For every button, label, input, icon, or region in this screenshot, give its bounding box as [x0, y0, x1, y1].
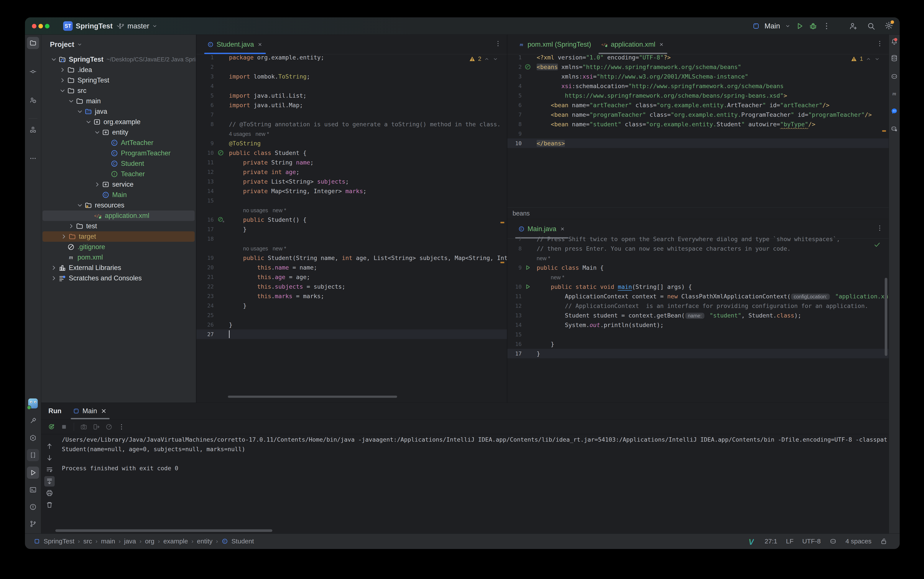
breadcrumb-item[interactable]: SpringTest [44, 538, 74, 545]
chevron-right-icon[interactable] [60, 233, 67, 240]
chevron-down-icon[interactable] [76, 108, 83, 115]
console-hscrollbar[interactable] [56, 529, 272, 532]
chevron-down-icon[interactable] [85, 118, 92, 126]
code-line[interactable]: 15 [507, 330, 889, 339]
tree-item-test[interactable]: test [41, 221, 196, 231]
code-line[interactable]: 17 } [196, 224, 507, 234]
run-gutter-icon[interactable] [524, 283, 531, 290]
code-line[interactable]: 25 [196, 310, 507, 320]
database-tool-button[interactable] [889, 53, 899, 63]
code-line[interactable]: 6 <bean name="artTeacher" class="org.exa… [507, 100, 889, 110]
soft-wrap-button[interactable] [44, 465, 55, 475]
inlay-hint-row[interactable]: 4 usages new * [196, 129, 507, 139]
breadcrumb[interactable]: beans [507, 208, 889, 219]
error-stripe-mark[interactable] [500, 222, 504, 223]
tree-item-resources[interactable]: resources [41, 200, 196, 211]
close-icon[interactable] [257, 42, 263, 47]
code-line[interactable]: 8// @ToString annotation is used to gene… [196, 119, 507, 129]
tree-item-scratches-and-consoles[interactable]: Scratches and Consoles [41, 273, 196, 283]
code-line[interactable]: 10</beans> [507, 139, 889, 148]
terminal-tool-button[interactable] [27, 484, 39, 496]
breadcrumb-item[interactable]: src [83, 538, 92, 545]
chevron-down-icon[interactable] [50, 56, 57, 63]
copilot-chat-tool-button[interactable] [889, 124, 899, 134]
code-line[interactable]: 12 private int age; [196, 167, 507, 177]
code-line[interactable]: 26} [196, 320, 507, 329]
minimize-window-button[interactable] [38, 24, 43, 28]
code-line[interactable]: 21 this.age = age; [196, 272, 507, 282]
code-line[interactable]: 16 } [507, 339, 889, 349]
tree-item-teacher[interactable]: ITeacher [41, 169, 196, 179]
project-tool-button[interactable] [27, 37, 39, 49]
problems-tool-button[interactable] [27, 501, 39, 513]
tree-item-main[interactable]: CMain [41, 190, 196, 200]
chevron-right-icon[interactable] [93, 181, 101, 188]
maven-tool-button[interactable]: m [889, 88, 899, 99]
code-line[interactable]: 9 [507, 129, 889, 139]
more-tools-button[interactable] [27, 152, 39, 165]
run-button[interactable] [795, 22, 804, 30]
tree-item-programteacher[interactable]: CProgramTeacher [41, 148, 196, 159]
chevron-right-icon[interactable] [67, 222, 75, 230]
stop-button[interactable] [61, 423, 68, 430]
rerun-button[interactable] [48, 423, 55, 430]
code-line[interactable]: 10public class Student { [196, 148, 507, 157]
print-button[interactable] [44, 488, 55, 498]
code-line[interactable]: 1package org.example.entity; [196, 52, 507, 62]
tree-item-org-example[interactable]: org.example [41, 117, 196, 127]
vim-plugin-icon[interactable]: V [749, 538, 756, 545]
tab-options-button[interactable] [876, 224, 883, 232]
tree-item-springtest[interactable]: SpringTest~/Desktop/CS/JavaEE/2 Java Spr… [41, 54, 196, 65]
file-encoding[interactable]: UTF-8 [802, 538, 821, 545]
chevron-right-icon[interactable] [50, 264, 57, 272]
debug-button[interactable] [809, 22, 818, 30]
tab-options-button[interactable] [876, 40, 883, 47]
tree-item-external-libraries[interactable]: External Libraries [41, 263, 196, 273]
tree-item-main[interactable]: main [41, 96, 196, 106]
plugin-owl-icon[interactable] [27, 397, 39, 409]
chevron-right-icon[interactable] [50, 275, 57, 282]
copilot-tool-button[interactable] [889, 71, 899, 82]
structure-brackets-tool-button[interactable] [27, 449, 39, 461]
breadcrumb-item[interactable]: java [124, 538, 136, 545]
vscrollbar[interactable] [885, 278, 887, 356]
code-line[interactable]: 8// then press Enter. You can now see wh… [507, 244, 889, 253]
git-tool-button[interactable] [27, 518, 39, 530]
close-icon[interactable] [560, 226, 565, 232]
code-line[interactable]: 18 [196, 234, 507, 244]
breadcrumb-item[interactable]: main [101, 538, 115, 545]
code-line[interactable]: 14 private Map<String, Integer> marks; [196, 186, 507, 196]
tab-pom-xml[interactable]: m pom.xml (SpringTest) [513, 35, 596, 54]
code-line[interactable]: 5 https://www.springframework.org/schema… [507, 91, 889, 100]
inspections-ok-icon[interactable] [873, 241, 881, 248]
thread-dump-button[interactable] [80, 423, 87, 430]
project-widget[interactable]: ST SpringTest [63, 17, 121, 35]
error-stripe-mark[interactable] [882, 130, 886, 132]
code-line[interactable]: 14 System.out.println(student); [507, 320, 889, 330]
code-line[interactable]: 4 [196, 81, 507, 91]
breadcrumb-item[interactable]: Student [232, 538, 254, 545]
code-area-main[interactable]: 7// Press Shift twice to open the Search… [507, 234, 889, 358]
commit-tool-button[interactable] [27, 65, 39, 78]
pull-requests-tool-button[interactable]: ? [27, 94, 39, 106]
code-area-student[interactable]: 1package org.example.entity;23import lom… [196, 52, 507, 339]
spring-bean-gutter-icon[interactable]: m [217, 216, 224, 223]
tree-item-pom-xml[interactable]: mpom.xml [41, 252, 196, 263]
clear-console-button[interactable] [44, 500, 55, 510]
close-window-button[interactable] [32, 24, 36, 28]
chevron-right-icon[interactable] [59, 66, 66, 74]
code-line[interactable]: 23 this.marks = marks; [196, 291, 507, 301]
spring-bean-gutter-icon[interactable] [524, 63, 531, 70]
notifications-button[interactable] [889, 36, 899, 47]
run-gutter-icon[interactable] [524, 264, 531, 271]
code-line[interactable]: 8 <bean name="student" class="org.exampl… [507, 119, 889, 129]
tree-item-student[interactable]: CStudent [41, 159, 196, 169]
code-line[interactable]: 17} [507, 349, 889, 358]
coverage-button[interactable] [105, 423, 113, 430]
tab-student-java[interactable]: C Student.java [202, 35, 268, 54]
caret-position[interactable]: 27:1 [765, 538, 777, 545]
code-line[interactable]: 6import java.util.Map; [196, 100, 507, 110]
chevron-down-icon[interactable] [76, 201, 83, 209]
structure-tool-button[interactable] [27, 124, 39, 136]
tree-item-springtest[interactable]: SpringTest [41, 75, 196, 85]
